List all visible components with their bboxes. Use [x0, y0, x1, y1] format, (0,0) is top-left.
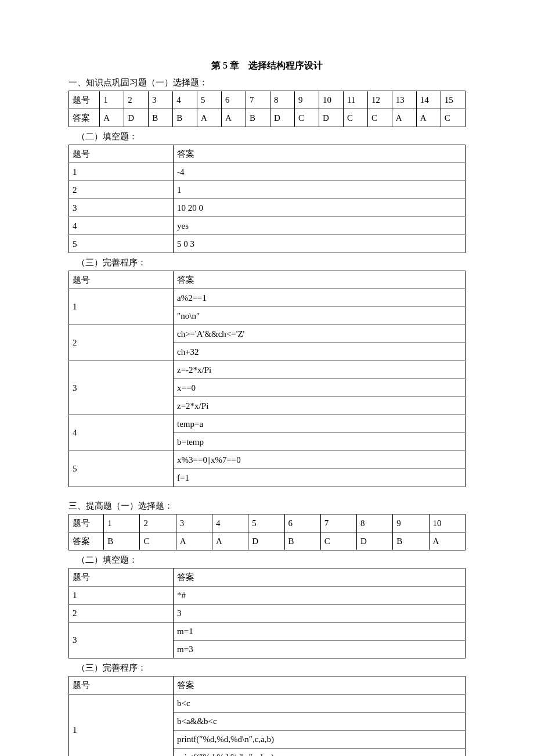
table-row: 答案 B C A A D B C D B A: [69, 532, 466, 550]
section-6-heading: （三）完善程序：: [77, 661, 466, 675]
table-prog-2: 题号答案 1b<c b<a&&b<c printf(″%d,%d,%d\n″,c…: [68, 676, 466, 756]
cell: m=3: [174, 640, 466, 658]
cell: 4: [69, 415, 174, 451]
cell: printf(″%d,%d,%d\n″,c,a,b): [174, 730, 466, 748]
table-row: 4temp=a: [69, 415, 466, 433]
col-header: 题号: [69, 145, 174, 163]
col-header: 题号: [69, 568, 174, 586]
cell: 4: [173, 91, 197, 109]
table-row: 3z=-2*x/Pi: [69, 361, 466, 379]
cell: 3: [69, 199, 174, 217]
cell: 9: [294, 91, 319, 109]
cell: C: [343, 109, 367, 127]
cell: 2: [69, 604, 174, 622]
table-row: 3m=1: [69, 622, 466, 640]
table-prog-1: 题号答案 1a%2==1 ″no\n″ 2ch>='A'&&ch<='Z' ch…: [68, 271, 466, 487]
page-title: 第 5 章 选择结构程序设计: [68, 58, 466, 73]
table-row: 题号 1 2 3 4 5 6 7 8 9 10: [69, 514, 466, 532]
cell: 2: [140, 514, 176, 532]
cell: 10 20 0: [174, 199, 466, 217]
cell: 3: [176, 514, 212, 532]
cell: 5 0 3: [174, 235, 466, 253]
cell: z=-2*x/Pi: [174, 361, 466, 379]
cell: temp=a: [174, 415, 466, 433]
col-header: 题号: [69, 271, 174, 289]
cell: B: [246, 109, 270, 127]
table-row: 1-4: [69, 163, 466, 181]
cell: 5: [197, 91, 222, 109]
cell: 4: [212, 514, 248, 532]
table-row: 310 20 0: [69, 199, 466, 217]
table-row: 5x%3==0||x%7==0: [69, 451, 466, 469]
cell: 5: [69, 451, 174, 487]
cell: x%3==0||x%7==0: [174, 451, 466, 469]
cell: m=1: [174, 622, 466, 640]
cell: A: [212, 532, 248, 550]
cell: 2: [69, 325, 174, 361]
cell: 10: [429, 514, 465, 532]
cell: D: [319, 109, 343, 127]
row-header: 题号: [69, 514, 104, 532]
cell: 2: [69, 181, 174, 199]
cell: 15: [441, 91, 465, 109]
cell: f=1: [174, 469, 466, 487]
cell: 5: [248, 514, 284, 532]
table-row: 1a%2==1: [69, 289, 466, 307]
cell: 1: [69, 694, 174, 756]
cell: 1: [69, 163, 174, 181]
table-choice-1: 题号 1 2 3 4 5 6 7 8 9 10 11 12 13 14 15 答…: [68, 91, 466, 127]
table-choice-2: 题号 1 2 3 4 5 6 7 8 9 10 答案 B C A A D B C…: [68, 514, 466, 550]
table-row: 题号答案: [69, 271, 466, 289]
cell: A: [416, 109, 441, 127]
table-fill-1: 题号答案 1-4 21 310 20 0 4yes 55 0 3: [68, 145, 466, 253]
section-3-heading: （三）完善程序：: [77, 255, 466, 269]
col-header: 题号: [69, 676, 174, 694]
cell: b<c: [174, 694, 466, 712]
row-header: 答案: [69, 109, 100, 127]
cell: A: [222, 109, 246, 127]
table-row: 题号答案: [69, 568, 466, 586]
cell: D: [357, 532, 393, 550]
cell: C: [367, 109, 392, 127]
cell: ch>='A'&&ch<='Z': [174, 325, 466, 343]
table-row: 1b<c: [69, 694, 466, 712]
cell: 9: [393, 514, 429, 532]
table-row: 23: [69, 604, 466, 622]
cell: A: [176, 532, 212, 550]
col-header: 答案: [174, 568, 466, 586]
section-2-heading: （二）填空题：: [77, 129, 466, 143]
cell: ch+32: [174, 343, 466, 361]
cell: 3: [174, 604, 466, 622]
cell: x==0: [174, 379, 466, 397]
table-fill-2: 题号答案 1*# 23 3m=1 m=3: [68, 568, 466, 658]
cell: -4: [174, 163, 466, 181]
cell: 11: [343, 91, 367, 109]
cell: 7: [246, 91, 270, 109]
cell: 7: [320, 514, 356, 532]
row-header: 题号: [69, 91, 100, 109]
table-row: 1*#: [69, 586, 466, 604]
cell: yes: [174, 217, 466, 235]
cell: 12: [367, 91, 392, 109]
cell: 8: [270, 91, 295, 109]
cell: D: [270, 109, 295, 127]
cell: C: [140, 532, 176, 550]
cell: A: [100, 109, 124, 127]
row-header: 答案: [69, 532, 104, 550]
cell: D: [248, 532, 284, 550]
col-header: 答案: [174, 676, 466, 694]
table-row: 答案 A D B B A A B D C D C C A A C: [69, 109, 466, 127]
cell: C: [441, 109, 465, 127]
cell: z=2*x/Pi: [174, 397, 466, 415]
cell: 5: [69, 235, 174, 253]
cell: A: [392, 109, 416, 127]
section-1-heading: 一、知识点巩固习题（一）选择题：: [68, 75, 466, 89]
cell: 6: [284, 514, 320, 532]
cell: 13: [392, 91, 416, 109]
cell: A: [429, 532, 465, 550]
table-row: 55 0 3: [69, 235, 466, 253]
table-row: 4yes: [69, 217, 466, 235]
cell: B: [104, 532, 140, 550]
cell: 3: [69, 622, 174, 658]
cell: 6: [222, 91, 246, 109]
